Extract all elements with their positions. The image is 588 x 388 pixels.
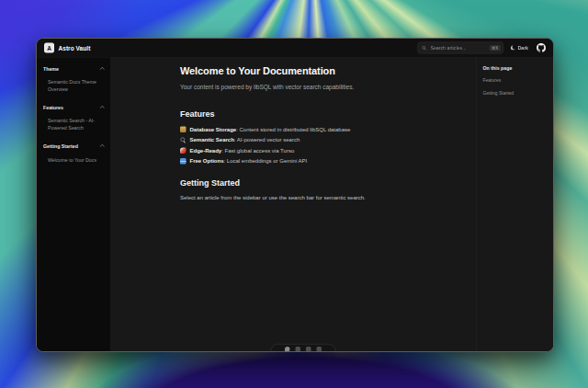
search-box[interactable]: ⌘K	[417, 42, 503, 54]
sidebar-section-label: Theme	[43, 66, 59, 72]
github-link[interactable]	[537, 43, 546, 52]
feature-term: Edge-Ready	[190, 147, 222, 154]
feature-item-free-options: Free Options: Local embeddings or Gemini…	[180, 158, 465, 165]
chevron-up-icon	[100, 144, 105, 149]
feature-desc: : Local embeddings or Gemini API	[224, 158, 308, 165]
feature-item-edge-ready: Edge-Ready: Fast global access via Turso	[180, 147, 465, 154]
dev-toolbar-astro-icon[interactable]	[285, 347, 290, 352]
article-title: Welcome to Your Documentation	[180, 65, 465, 77]
sidebar-item-semantic-docs-theme-overview[interactable]: Semantic Docs Theme Overview	[43, 79, 104, 93]
dev-toolbar-settings-icon[interactable]	[317, 347, 322, 352]
package-icon	[180, 126, 187, 132]
feature-desc: : AI-powered vector search	[234, 137, 300, 143]
article: Welcome to Your Documentation Your conte…	[110, 58, 476, 352]
site-title: Astro Vault	[59, 44, 91, 51]
feature-desc: : Fast global access via Turso	[221, 147, 294, 154]
sidebar-section-getting-started-toggle[interactable]: Getting Started	[43, 143, 104, 149]
sidebar-section-label: Features	[43, 105, 63, 110]
search-icon	[422, 45, 427, 51]
feature-text: Database Storage: Content stored in dist…	[190, 126, 351, 132]
toc-title: On this page	[483, 65, 548, 71]
chevron-up-icon	[100, 67, 105, 72]
toc: On this page Features Getting Started	[476, 58, 553, 352]
sidebar-section-features: Features Semantic Search - AI-Powered Se…	[43, 105, 104, 131]
sidebar-section-label: Getting Started	[43, 143, 78, 149]
sidebar: Theme Semantic Docs Theme Overview Featu…	[37, 58, 110, 352]
moon-icon	[511, 46, 515, 51]
dev-toolbar-audit-icon[interactable]	[306, 347, 311, 352]
getting-started-heading: Getting Started	[180, 178, 465, 188]
rocket-icon	[180, 147, 187, 154]
sidebar-section-getting-started: Getting Started Welcome to Your Docs	[43, 143, 104, 164]
feature-text: Semantic Search: AI-powered vector searc…	[190, 137, 300, 143]
desktop-wallpaper: A Astro Vault ⌘K Dark	[0, 0, 588, 388]
window-body: Theme Semantic Docs Theme Overview Featu…	[37, 58, 553, 352]
toc-link-features[interactable]: Features	[483, 78, 548, 84]
features-list: Database Storage: Content stored in dist…	[180, 126, 465, 165]
site-logo-icon: A	[44, 43, 54, 53]
sidebar-item-welcome-to-your-docs[interactable]: Welcome to Your Docs	[43, 156, 104, 164]
feature-term: Semantic Search	[190, 137, 234, 143]
getting-started-text: Select an article from the sidebar or us…	[180, 194, 465, 200]
feature-item-database-storage: Database Storage: Content stored in dist…	[180, 126, 465, 132]
sidebar-section-features-toggle[interactable]: Features	[43, 105, 104, 110]
github-icon	[537, 43, 546, 52]
feature-term: Database Storage	[190, 126, 237, 132]
feature-text: Free Options: Local embeddings or Gemini…	[190, 158, 308, 165]
dev-toolbar-inspect-icon[interactable]	[296, 347, 301, 352]
feature-text: Edge-Ready: Fast global access via Turso	[190, 147, 295, 154]
site-brand[interactable]: A Astro Vault	[44, 43, 90, 53]
theme-toggle-button[interactable]: Dark	[511, 45, 528, 51]
theme-toggle-label: Dark	[517, 45, 528, 51]
features-heading: Features	[180, 109, 465, 120]
sidebar-item-semantic-search[interactable]: Semantic Search - AI-Powered Search	[43, 118, 104, 131]
dev-toolbar[interactable]	[271, 344, 336, 352]
feature-term: Free Options	[190, 158, 224, 165]
toc-link-getting-started[interactable]: Getting Started	[483, 90, 548, 96]
magnifier-icon	[180, 137, 187, 143]
free-icon	[180, 158, 187, 165]
search-input[interactable]	[429, 45, 486, 51]
sidebar-section-theme: Theme Semantic Docs Theme Overview	[43, 66, 104, 93]
app-window: A Astro Vault ⌘K Dark	[36, 38, 554, 352]
feature-desc: : Content stored in distributed libSQL d…	[236, 126, 350, 132]
search-shortcut-badge: ⌘K	[489, 45, 501, 51]
window-header: A Astro Vault ⌘K Dark	[37, 39, 553, 58]
article-intro: Your content is powered by libSQL with v…	[180, 84, 465, 91]
chevron-up-icon	[100, 106, 105, 110]
feature-item-semantic-search: Semantic Search: AI-powered vector searc…	[180, 137, 465, 143]
sidebar-section-theme-toggle[interactable]: Theme	[43, 66, 104, 72]
